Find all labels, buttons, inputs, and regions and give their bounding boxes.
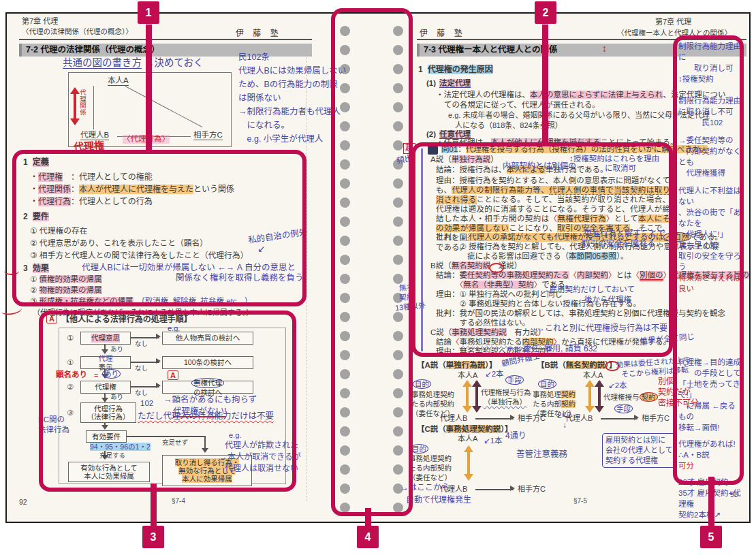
- internal-contract-arrow-icon: [467, 447, 470, 479]
- callout-badge-2: 2: [535, 1, 556, 24]
- callout-badge-5: 5: [700, 526, 722, 548]
- diagram-b-left-label2: たる内部契約: [533, 400, 576, 408]
- hw-common-diagram-note: 共通の図の書き方 →決めておく: [63, 57, 204, 69]
- diagram-c-counterparty: 相手方C: [518, 485, 546, 494]
- diagram-a-header: 【A説（単独行為説）】: [417, 361, 497, 370]
- callout-stem-4: [365, 508, 371, 526]
- callout-stem-3: [151, 483, 157, 526]
- right-footer-section: §7-5: [573, 497, 587, 505]
- screenshot-root: 第7章 代理 〈代理の法律関係（代理の概念）〉 伊 藤 塾 7-2 代理の法律関…: [0, 0, 756, 555]
- section-number: 1: [418, 65, 423, 74]
- callout-stem-1: [146, 25, 152, 150]
- hw-box-line: 雇用契約とは別に: [605, 435, 673, 445]
- callout-badge-4: 4: [357, 526, 379, 548]
- hw-four-patterns: 4通り: [505, 432, 526, 441]
- diagram-c-left-label3: （委任など）: [409, 473, 452, 481]
- diagram-counterparty-label: 相手方C: [193, 131, 223, 140]
- hw-duty-of-care: 善管注意義務: [516, 449, 567, 459]
- internal-contract-arrow-icon: [466, 381, 469, 411]
- callout-badge-1: 1: [138, 1, 159, 24]
- callout-box-5: [673, 35, 744, 485]
- diagram-a-left-label2: たる内部契約: [411, 400, 454, 408]
- left-brand: 伊 藤 塾: [236, 29, 282, 39]
- callout-box-2: [411, 142, 673, 357]
- callout-stem-2: [542, 25, 548, 142]
- heading-title: 法定代理: [439, 79, 471, 88]
- diagram-arrow-b-to-c-icon: [475, 418, 514, 419]
- hw-means-circled: 手段: [505, 375, 524, 385]
- diagram-c-left-label1: 事務処理契約: [409, 454, 452, 462]
- diagram-arrow-b-to-c-icon: [601, 418, 637, 419]
- statutory-agency-header: (1)法定代理: [426, 79, 471, 88]
- left-subtitle: 〈代理の法律関係（代理の概念）〉: [22, 27, 133, 35]
- hw-down-arrow: ↓: [563, 421, 567, 430]
- hw-note-capacity: 民102条代理人Bには効果帰属しないため、Bの行為能力の制限は関係ない→制限行為…: [238, 50, 346, 146]
- hw-goal-circled: 目的: [538, 379, 556, 389]
- hw-box-line: 契約する代理権: [605, 456, 673, 466]
- diagram-a-left-label1: 事務処理契約: [411, 390, 454, 398]
- callout-box-3: [39, 311, 296, 492]
- diagram-b-counterparty: 相手方C: [642, 414, 670, 423]
- diagram-a-right-label2: （単独行為）: [484, 398, 526, 406]
- hw-goal-circled: 目的: [413, 379, 431, 389]
- left-footer-section: §7-4: [172, 497, 185, 505]
- left-page-number: 92: [19, 498, 27, 506]
- right-chapter-header: 第7章 代理: [655, 18, 691, 27]
- hw-means-circled: 手段: [614, 404, 633, 413]
- internal-contract-arrow-icon: [588, 381, 591, 411]
- hw-two-lines-note: ↙2本: [485, 370, 504, 379]
- statutory-agency-line2: ての各規定に従って、代理人が選任される。: [444, 101, 600, 110]
- hw-separate-contract-note1: 別個: [658, 377, 674, 387]
- hw-goal-circled: 目的: [410, 444, 428, 454]
- left-chapter-header: 第7章 代理: [22, 17, 58, 26]
- diagram-b-right-label: 代理権授与契約: [603, 393, 658, 401]
- callout-stem-5: [708, 477, 714, 526]
- section-origin-header: 1代理権の発生原因: [418, 65, 493, 75]
- diagram-a-right-label1: 代理権授与行為: [481, 388, 531, 396]
- diagram-relation-label: 代理関係: [78, 89, 86, 115]
- hw-one-line-note: ↙1本: [484, 437, 503, 445]
- power-grant-arrow-icon: [598, 381, 601, 411]
- left-header-rule: [19, 39, 312, 40]
- diagram-c-header: 【C説（事務処理契約説）】: [417, 425, 513, 434]
- heading-number: (2): [426, 130, 436, 138]
- right-brand: 伊 藤 塾: [420, 29, 466, 39]
- statutory-agency-example1: e.g. 未成年者の場合、婚姻関係にある父母がいる限り、当然に父母が法定代理: [448, 111, 710, 120]
- heading-number: (1): [426, 79, 436, 87]
- agency-relation-arrow-icon: [74, 89, 76, 124]
- diagram-agent-label: 代理人B: [80, 131, 109, 140]
- diagram-c-left-label2: たる内部契約: [409, 464, 452, 472]
- hw-two-lines-note: ↙2本: [608, 381, 627, 390]
- hw-updown-arrow: ↕: [602, 43, 607, 54]
- diagram-b-left-label1: 事務処理契約: [533, 390, 576, 398]
- hw-two-by-two: 2×2: [557, 411, 571, 421]
- diagram-a-agent: 代理人B: [440, 414, 467, 423]
- section-title: 代理権の発生原因: [428, 65, 493, 74]
- diagram-arrow-b-to-c-icon: [475, 489, 514, 490]
- hw-box-line: 会社の代理人として: [605, 445, 673, 456]
- callout-box-4: [331, 8, 413, 516]
- power-grant-arrow-icon: [475, 381, 478, 411]
- diagram-principal-label: 本人A: [108, 76, 129, 86]
- hw-power-arises-note2: 自動で代理権発生: [406, 496, 471, 505]
- callout-badge-3: 3: [142, 526, 164, 548]
- hw-employment-separate-box: 雇用契約とは別に会社の代理人として契約する代理権: [602, 433, 676, 468]
- callout-box-1: [12, 150, 306, 306]
